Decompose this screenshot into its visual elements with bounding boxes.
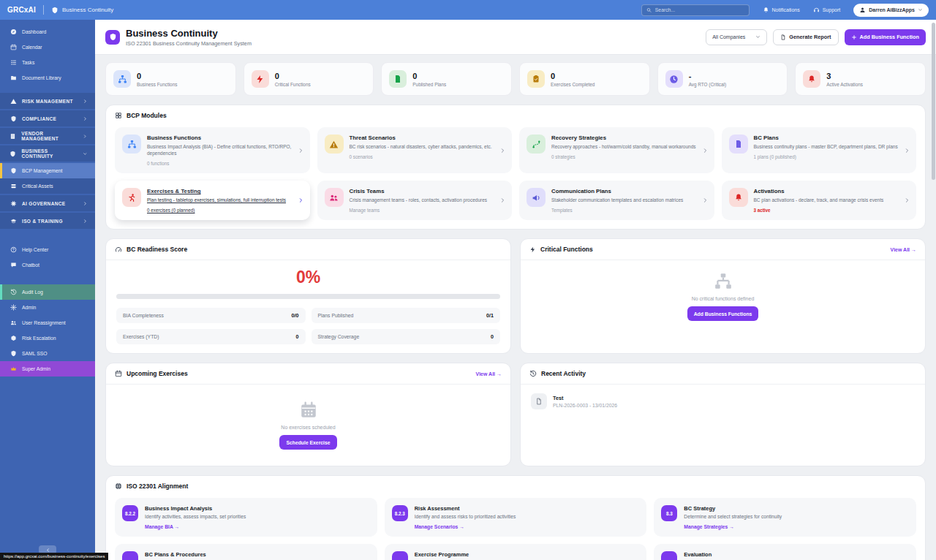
generate-report-button[interactable]: Generate Report bbox=[773, 29, 838, 45]
sidebar-item-label: Audit Log bbox=[22, 290, 43, 295]
metric-label: Plans Published bbox=[318, 313, 354, 318]
sidebar-section-label: RISK MANAGEMENT bbox=[22, 99, 73, 104]
shield-icon bbox=[10, 350, 17, 357]
sidebar-item-document-library[interactable]: Document Library bbox=[0, 70, 95, 86]
chevron-right-icon bbox=[83, 134, 88, 139]
user-icon bbox=[859, 7, 866, 13]
notifications-button[interactable]: Notifications bbox=[763, 7, 800, 13]
support-button[interactable]: Support bbox=[813, 7, 841, 13]
readiness-score: 0% bbox=[106, 268, 510, 287]
module-card-business-functions[interactable]: Business Functions Business Impact Analy… bbox=[115, 127, 310, 173]
people-icon bbox=[325, 188, 344, 207]
add-business-functions-button[interactable]: Add Business Functions bbox=[687, 306, 759, 321]
sidebar-section-label: VENDOR MANAGEMENT bbox=[21, 131, 78, 141]
sidebar-item-dashboard[interactable]: Dashboard bbox=[0, 24, 95, 39]
stat-value: 0 bbox=[412, 72, 446, 80]
module-desc: BC risk scenarios - natural disasters, c… bbox=[350, 143, 492, 150]
file-icon bbox=[389, 70, 407, 88]
sidebar-item-calendar[interactable]: Calendar bbox=[0, 39, 95, 55]
module-card-threat-scenarios[interactable]: Threat Scenarios BC risk scenarios - nat… bbox=[317, 127, 513, 173]
module-meta: Templates bbox=[551, 208, 683, 213]
iso-clause-badge bbox=[122, 551, 138, 560]
manage-scenarios-link[interactable]: Manage Scenarios → bbox=[415, 524, 516, 529]
sidebar-section-business-continuity[interactable]: BUSINESS CONTINUITY bbox=[0, 145, 95, 162]
app-logo[interactable]: GRCxAI bbox=[7, 6, 36, 14]
upcoming-exercises-card: Upcoming Exercises View All → No exercis… bbox=[105, 363, 511, 466]
manage-bia-link[interactable]: Manage BIA → bbox=[145, 524, 246, 529]
graduation-cap-icon bbox=[10, 218, 17, 224]
sidebar-section-vendor-management[interactable]: VENDOR MANAGEMENT bbox=[0, 128, 95, 144]
sidebar-item-help-center[interactable]: Help Center bbox=[0, 242, 95, 257]
stat-label: Active Activations bbox=[826, 82, 863, 87]
iso-card-title: Business Impact Analysis bbox=[145, 505, 246, 512]
module-desc: Recovery approaches - hot/warm/cold stan… bbox=[551, 143, 696, 150]
sidebar-section-compliance[interactable]: COMPLIANCE bbox=[0, 110, 95, 126]
sidebar-item-audit-log[interactable]: Audit Log bbox=[0, 284, 95, 300]
sidebar-item-label: Risk Escalation bbox=[22, 336, 56, 341]
schedule-exercise-button[interactable]: Schedule Exercise bbox=[279, 435, 336, 450]
add-business-function-button[interactable]: Add Business Function bbox=[845, 29, 926, 45]
sidebar-item-saml-sso[interactable]: SAML SSO bbox=[0, 346, 95, 361]
critical-functions-card: Critical Functions View All → No critica… bbox=[520, 238, 926, 354]
module-desc: BC plan activations - declare, track, an… bbox=[754, 197, 884, 203]
recent-activity-item[interactable]: Test PLN-2026-0003 - 13/01/2026 bbox=[521, 385, 925, 418]
sidebar-item-critical-assets[interactable]: Critical Assets bbox=[0, 178, 95, 194]
people-icon bbox=[10, 319, 17, 326]
module-desc: Plan testing - tabletop exercises, simul… bbox=[147, 197, 286, 203]
sidebar-item-bcp-management[interactable]: BCP Management bbox=[0, 163, 95, 178]
module-card-crisis-teams[interactable]: Crisis Teams Crisis management teams - r… bbox=[317, 181, 513, 220]
bell-icon bbox=[803, 70, 820, 88]
history-icon bbox=[529, 370, 537, 377]
sidebar-item-super-admin[interactable]: Super Admin bbox=[0, 361, 95, 377]
company-filter-value: All Companies bbox=[712, 34, 745, 39]
sidebar-item-user-reassignment[interactable]: User Reassignment bbox=[0, 315, 95, 330]
sidebar-item-chatbot[interactable]: Chatbot bbox=[0, 257, 95, 273]
module-title: Communication Plans bbox=[551, 188, 683, 194]
chevron-right-icon bbox=[83, 99, 88, 104]
warning-icon bbox=[325, 135, 344, 154]
chevron-right-icon bbox=[298, 147, 304, 154]
sidebar-item-admin[interactable]: Admin bbox=[0, 300, 95, 315]
search-input[interactable] bbox=[655, 7, 744, 12]
critical-functions-header: Critical Functions View All → bbox=[521, 239, 925, 260]
search-input-wrap[interactable] bbox=[641, 4, 750, 16]
metric-value: 0 bbox=[491, 333, 494, 340]
module-card-exercises-testing[interactable]: Exercises & Testing Plan testing - table… bbox=[115, 181, 310, 220]
calendar-icon bbox=[10, 44, 17, 50]
scrollbar-thumb[interactable] bbox=[932, 23, 935, 180]
chevron-left-icon bbox=[45, 548, 50, 553]
file-icon bbox=[729, 135, 748, 154]
stat-business-functions: 0 Business Functions bbox=[105, 62, 236, 96]
sidebar-item-risk-escalation[interactable]: Risk Escalation bbox=[0, 330, 95, 346]
crown-icon bbox=[10, 366, 17, 372]
manage-strategies-link[interactable]: Manage Strategies → bbox=[684, 524, 782, 529]
sidebar-section-iso-training[interactable]: ISO & TRAINING bbox=[0, 213, 95, 229]
sidebar-section-ai-governance[interactable]: AI GOVERNANCE bbox=[0, 195, 95, 211]
folder-icon bbox=[10, 75, 17, 81]
module-card-bc-plans[interactable]: BC Plans Business continuity plans - mas… bbox=[722, 127, 917, 173]
bcp-modules-title: BCP Modules bbox=[127, 112, 167, 119]
view-all-link[interactable]: View All → bbox=[476, 371, 502, 377]
view-all-link[interactable]: View All → bbox=[891, 247, 916, 252]
module-card-recovery-strategies[interactable]: Recovery Strategies Recovery approaches … bbox=[519, 127, 714, 173]
sidebar-item-tasks[interactable]: Tasks bbox=[0, 55, 95, 70]
module-title: Threat Scenarios bbox=[350, 135, 492, 141]
module-card-activations[interactable]: Activations BC plan activations - declar… bbox=[722, 181, 917, 220]
metric-plans-published: Plans Published 0/1 bbox=[312, 308, 501, 323]
module-meta: 0 scenarios bbox=[350, 154, 492, 159]
iso-clause-badge bbox=[392, 551, 408, 560]
plus-icon bbox=[851, 34, 857, 40]
file-icon bbox=[531, 393, 547, 409]
stats-row: 0 Business Functions 0 Critical Function… bbox=[105, 62, 926, 96]
metric-bia-completeness: BIA Completeness 0/0 bbox=[116, 308, 306, 323]
user-menu[interactable]: Darren AiBizzApps bbox=[853, 4, 929, 17]
company-filter-select[interactable]: All Companies bbox=[706, 29, 767, 45]
stat-label: Exercises Completed bbox=[551, 82, 595, 87]
sidebar-section-risk-management[interactable]: RISK MANAGEMENT bbox=[0, 93, 95, 109]
add-business-function-label: Add Business Function bbox=[860, 34, 919, 40]
sidebar-item-label: Super Admin bbox=[22, 366, 50, 371]
runner-icon bbox=[122, 188, 141, 207]
add-business-functions-label: Add Business Functions bbox=[694, 311, 752, 317]
module-meta: 0 functions bbox=[147, 161, 295, 166]
module-card-communication-plans[interactable]: Communication Plans Stakeholder communic… bbox=[519, 181, 714, 220]
